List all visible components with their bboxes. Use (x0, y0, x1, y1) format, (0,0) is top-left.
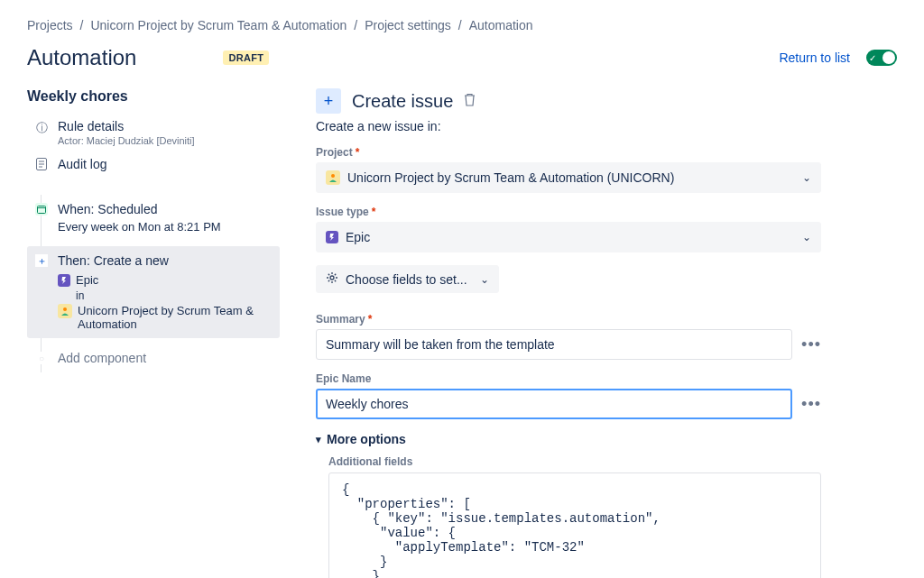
project-select[interactable]: Unicorn Project by Scrum Team & Automati… (316, 162, 821, 193)
breadcrumb-sep: / (80, 18, 84, 32)
additional-fields-label: Additional fields (328, 455, 821, 468)
epic-name-input[interactable] (316, 389, 792, 419)
choose-fields-label: Choose fields to set... (346, 272, 467, 287)
trash-icon[interactable] (464, 93, 476, 109)
document-icon (34, 158, 49, 170)
circle-icon: ○ (35, 352, 48, 364)
chevron-down-icon: ⌄ (480, 273, 489, 286)
info-icon: ⓘ (34, 120, 49, 136)
rule-details-label: Rule details (58, 119, 195, 133)
svg-point-6 (63, 307, 67, 311)
draft-badge: DRAFT (223, 50, 269, 65)
panel-title: Create issue (352, 91, 453, 112)
plus-icon: ＋ (35, 254, 48, 267)
action-in-label: in (76, 289, 273, 302)
caret-down-icon: ▾ (316, 434, 321, 445)
breadcrumb-item[interactable]: Projects (27, 18, 73, 32)
project-field-label: Project* (316, 146, 821, 159)
sidebar-audit-log[interactable]: Audit log (27, 151, 280, 177)
breadcrumb-item[interactable]: Automation (469, 18, 533, 32)
chevron-down-icon: ⌄ (802, 171, 811, 184)
breadcrumb: Projects / Unicorn Project by Scrum Team… (27, 18, 897, 32)
chevron-down-icon: ⌄ (802, 231, 811, 243)
more-options-toggle[interactable]: ▾ More options (316, 432, 821, 446)
project-avatar-icon (58, 304, 72, 318)
rule-details-actor: Actor: Maciej Dudziak [Deviniti] (58, 135, 195, 146)
issue-type-select[interactable]: Epic ⌄ (316, 222, 821, 252)
more-options-label: More options (327, 432, 406, 446)
calendar-icon (35, 203, 48, 216)
action-epic-label: Epic (76, 273, 98, 287)
more-actions-icon[interactable]: ••• (801, 335, 821, 354)
project-avatar-icon (326, 170, 340, 185)
epic-icon (58, 274, 70, 287)
svg-rect-4 (38, 206, 46, 214)
svg-point-7 (331, 174, 335, 178)
choose-fields-button[interactable]: Choose fields to set... ⌄ (316, 265, 499, 293)
panel-subtitle: Create a new issue in: (316, 119, 821, 133)
svg-point-8 (330, 276, 334, 280)
more-actions-icon[interactable]: ••• (801, 395, 821, 414)
rule-enabled-toggle[interactable]: ✓ (866, 50, 897, 66)
check-icon: ✓ (869, 53, 876, 63)
action-title: Then: Create a new (58, 253, 273, 268)
add-component-node[interactable]: ○ Add component (27, 344, 280, 372)
action-project-name: Unicorn Project by Scrum Team & Automati… (78, 304, 273, 331)
breadcrumb-item[interactable]: Project settings (365, 18, 451, 32)
trigger-subtitle: Every week on Mon at 8:21 PM (58, 220, 273, 234)
epic-name-field-label: Epic Name (316, 372, 821, 385)
rule-name: Weekly chores (27, 88, 280, 105)
additional-fields-json-textarea[interactable]: { "properties": [ { "key": "issue.templa… (328, 472, 821, 578)
sidebar-rule-details[interactable]: ⓘ Rule details Actor: Maciej Dudziak [De… (27, 114, 280, 151)
epic-icon (326, 231, 338, 243)
page-title: Automation (27, 45, 136, 70)
create-issue-icon: + (316, 88, 341, 114)
summary-field-label: Summary* (316, 313, 821, 326)
breadcrumb-sep: / (458, 18, 462, 32)
issue-type-value: Epic (346, 230, 370, 244)
return-to-list-link[interactable]: Return to list (779, 50, 850, 65)
rule-action-node[interactable]: ＋ Then: Create a new Epic in Unicorn Pro… (27, 246, 280, 338)
audit-log-label: Audit log (58, 157, 106, 171)
breadcrumb-sep: / (354, 18, 357, 32)
gear-icon (326, 271, 338, 287)
trigger-title: When: Scheduled (58, 202, 273, 216)
issue-type-label: Issue type* (316, 206, 821, 218)
project-select-value: Unicorn Project by Scrum Team & Automati… (347, 170, 674, 185)
summary-input[interactable] (316, 329, 792, 360)
add-component-label: Add component (58, 351, 273, 365)
breadcrumb-item[interactable]: Unicorn Project by Scrum Team & Automati… (90, 18, 346, 32)
rule-trigger-node[interactable]: When: Scheduled Every week on Mon at 8:2… (27, 195, 280, 241)
